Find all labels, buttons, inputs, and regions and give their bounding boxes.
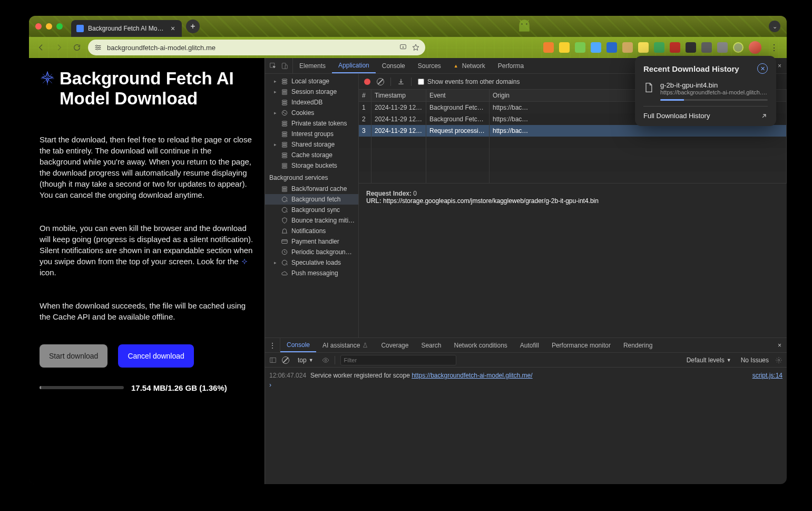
sidebar-item[interactable]: Interest groups bbox=[265, 129, 358, 139]
context-selector[interactable]: top ▼ bbox=[295, 355, 317, 365]
sidebar-item[interactable]: ▸Shared storage bbox=[265, 139, 358, 150]
sidebar-item[interactable]: Bounce tracking miti… bbox=[265, 215, 358, 226]
window-minimize-button[interactable] bbox=[46, 23, 52, 30]
start-download-button[interactable]: Start download bbox=[40, 344, 107, 368]
tab-performance[interactable]: Performa bbox=[492, 58, 530, 73]
extension-icon[interactable] bbox=[559, 42, 570, 53]
extension-icon[interactable] bbox=[717, 42, 728, 53]
cancel-download-button[interactable]: Cancel download bbox=[118, 344, 193, 368]
extension-icon[interactable] bbox=[701, 42, 712, 53]
sidebar-item[interactable]: ▸Local storage bbox=[265, 76, 358, 86]
clear-button[interactable] bbox=[377, 78, 384, 85]
sidebar-item[interactable]: Back/forward cache bbox=[265, 184, 358, 194]
svg-rect-24 bbox=[282, 125, 287, 126]
drawer-tabs: ⋮ Console AI assistance Coverage Search … bbox=[265, 338, 787, 353]
drawer-menu-button[interactable]: ⋮ bbox=[269, 342, 276, 349]
show-other-domains-checkbox[interactable]: Show events from other domains bbox=[418, 78, 520, 85]
drawer-tab-ai[interactable]: AI assistance bbox=[316, 338, 375, 352]
record-button[interactable] bbox=[364, 79, 370, 85]
devtools-close-button[interactable]: × bbox=[778, 62, 781, 70]
tab-overflow-button[interactable]: ⌄ bbox=[769, 21, 780, 32]
save-icon[interactable] bbox=[397, 78, 405, 85]
application-sidebar: ▸Local storage▸Session storageIndexedDB▸… bbox=[265, 74, 359, 338]
bookmark-icon[interactable] bbox=[412, 43, 420, 52]
sidebar-item[interactable]: Cache storage bbox=[265, 150, 358, 160]
sidebar-item[interactable]: Storage buckets bbox=[265, 160, 358, 171]
extension-icon[interactable] bbox=[591, 42, 601, 53]
drawer-tab-console[interactable]: Console bbox=[280, 338, 316, 352]
browser-tab[interactable]: Background Fetch AI Model D × bbox=[71, 20, 182, 37]
device-toggle-icon[interactable] bbox=[281, 62, 288, 70]
console-source-link[interactable]: script.js:14 bbox=[752, 372, 782, 379]
drawer-tab-autofill[interactable]: Autofill bbox=[514, 338, 545, 352]
issues-button[interactable]: No Issues bbox=[741, 356, 769, 364]
extension-icon[interactable] bbox=[575, 42, 585, 53]
event-row[interactable]: 32024-11-29 12:…Request processin…https:… bbox=[359, 125, 787, 137]
tab-close-button[interactable]: × bbox=[169, 25, 177, 32]
extension-icon[interactable] bbox=[622, 42, 633, 53]
sidebar-item[interactable]: Notifications bbox=[265, 226, 358, 236]
download-item[interactable]: g-2b-it-gpu-int4.bin https://backgroundf… bbox=[643, 81, 768, 101]
window-close-button[interactable] bbox=[35, 23, 42, 30]
console-settings-icon[interactable] bbox=[775, 356, 782, 364]
sidebar-item[interactable]: Periodic backgroun… bbox=[265, 247, 358, 257]
drawer-tab-coverage[interactable]: Coverage bbox=[375, 338, 415, 352]
extension-icon[interactable] bbox=[654, 42, 664, 53]
extension-icons: ⋮ bbox=[543, 41, 781, 54]
console-filter-input[interactable] bbox=[340, 355, 456, 365]
drawer-tab-network-conditions[interactable]: Network conditions bbox=[447, 338, 513, 352]
reload-button[interactable] bbox=[70, 41, 84, 54]
tab-sources[interactable]: Sources bbox=[412, 58, 447, 73]
svg-rect-30 bbox=[282, 146, 287, 147]
full-download-history-link[interactable]: Full Download History bbox=[643, 112, 768, 120]
inspect-icon[interactable] bbox=[269, 62, 277, 70]
tab-console[interactable]: Console bbox=[376, 58, 412, 73]
svg-point-0 bbox=[521, 23, 522, 24]
extension-icon[interactable] bbox=[543, 42, 554, 53]
extension-icon[interactable] bbox=[670, 42, 680, 53]
sidebar-item[interactable]: Private state tokens bbox=[265, 118, 358, 129]
profile-avatar[interactable] bbox=[749, 41, 761, 54]
sidebar-item[interactable]: Background fetch bbox=[265, 194, 358, 205]
sidebar-item[interactable]: IndexedDB bbox=[265, 97, 358, 108]
sidebar-item[interactable]: ▸Session storage bbox=[265, 86, 358, 97]
show-other-domains-input[interactable] bbox=[418, 79, 424, 85]
tab-application[interactable]: Application bbox=[332, 58, 376, 73]
event-url-link[interactable]: https://storage.googleapis.com/jmstore/k… bbox=[383, 197, 599, 205]
sidebar-item[interactable]: ▸Cookies bbox=[265, 108, 358, 118]
browser-menu-button[interactable]: ⋮ bbox=[767, 43, 781, 53]
drawer-tab-perf-monitor[interactable]: Performance monitor bbox=[545, 338, 617, 352]
sidebar-item-icon bbox=[281, 162, 288, 169]
levels-selector[interactable]: Default levels ▼ bbox=[683, 355, 735, 365]
devtools-inspect-lead bbox=[265, 58, 293, 73]
drawer-close-button[interactable]: × bbox=[772, 338, 787, 352]
svg-point-19 bbox=[282, 110, 287, 115]
svg-rect-22 bbox=[282, 121, 287, 122]
console-clear-button[interactable] bbox=[282, 356, 289, 364]
address-bar[interactable]: backgroundfetch-ai-model.glitch.me bbox=[88, 40, 425, 55]
sidebar-item[interactable]: ▸Speculative loads bbox=[265, 257, 358, 268]
window-maximize-button[interactable] bbox=[56, 23, 63, 30]
sidebar-item[interactable]: Background sync bbox=[265, 205, 358, 215]
forward-button[interactable] bbox=[52, 41, 66, 54]
live-expression-icon[interactable] bbox=[322, 356, 329, 364]
sidebar-item[interactable]: Push messaging bbox=[265, 268, 358, 278]
install-app-icon[interactable] bbox=[399, 43, 407, 52]
download-popup-close-button[interactable]: ✕ bbox=[757, 63, 768, 74]
back-button[interactable] bbox=[34, 41, 48, 54]
sidebar-item-label: Storage buckets bbox=[291, 162, 337, 169]
new-tab-button[interactable]: + bbox=[186, 20, 200, 33]
console-prompt[interactable]: › bbox=[269, 380, 782, 390]
sidebar-item[interactable]: Payment handler bbox=[265, 236, 358, 247]
tab-network[interactable]: Network bbox=[447, 58, 492, 73]
extensions-menu-icon[interactable] bbox=[733, 42, 743, 53]
console-sidebar-toggle-icon[interactable] bbox=[269, 356, 277, 364]
drawer-tab-rendering[interactable]: Rendering bbox=[617, 338, 659, 352]
extension-icon[interactable] bbox=[606, 42, 617, 53]
extension-icon[interactable] bbox=[686, 42, 696, 53]
extension-icon[interactable] bbox=[638, 42, 649, 53]
drawer-tab-search[interactable]: Search bbox=[415, 338, 447, 352]
site-settings-icon[interactable] bbox=[93, 43, 103, 52]
console-link[interactable]: https://backgroundfetch-ai-model.glitch.… bbox=[412, 372, 532, 379]
tab-elements[interactable]: Elements bbox=[293, 58, 332, 73]
